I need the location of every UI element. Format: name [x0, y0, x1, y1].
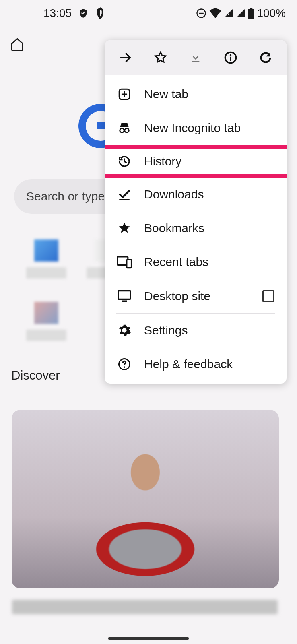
- svg-rect-6: [192, 61, 200, 62]
- menu-label: Settings: [144, 324, 188, 337]
- svg-point-11: [120, 128, 124, 133]
- feed-article-title[interactable]: [12, 600, 278, 614]
- battery-percent: 100%: [257, 7, 286, 20]
- site-shortcuts-row2: [24, 302, 68, 341]
- shield-check-icon: [78, 8, 89, 19]
- svg-rect-15: [127, 260, 132, 268]
- status-time: 13:05: [43, 7, 72, 20]
- monitor-icon: [117, 289, 132, 304]
- menu-label: Downloads: [144, 188, 204, 201]
- svg-rect-9: [230, 57, 231, 61]
- menu-label: Bookmarks: [144, 221, 204, 235]
- menu-label: History: [144, 155, 182, 168]
- signal-1-icon: [224, 8, 233, 18]
- devices-icon: [117, 254, 132, 270]
- reload-icon[interactable]: [258, 50, 274, 66]
- gear-icon: [117, 323, 132, 338]
- menu-new-tab[interactable]: New tab: [105, 77, 287, 111]
- menu-label: Help & feedback: [144, 357, 233, 371]
- svg-point-19: [124, 366, 125, 368]
- menu-label: Desktop site: [144, 289, 210, 303]
- svg-rect-1: [199, 12, 204, 13]
- svg-rect-13: [119, 199, 130, 200]
- shortcut-item[interactable]: [24, 302, 68, 341]
- incognito-icon: [117, 120, 132, 136]
- signal-2-icon: [236, 8, 245, 18]
- svg-rect-17: [122, 301, 127, 302]
- shortcut-label: [26, 267, 66, 279]
- do-not-disturb-icon: [196, 8, 207, 19]
- svg-rect-16: [118, 291, 130, 299]
- battery-icon: [248, 8, 254, 19]
- desktop-site-checkbox[interactable]: [262, 290, 274, 302]
- svg-rect-4: [248, 9, 254, 19]
- forward-icon[interactable]: [118, 50, 134, 66]
- discover-heading: Discover: [11, 368, 60, 383]
- status-bar: 13:05 100%: [0, 0, 297, 26]
- svg-point-3: [228, 14, 229, 14]
- svg-point-8: [230, 54, 232, 56]
- menu-help[interactable]: Help & feedback: [105, 347, 287, 381]
- search-placeholder: Search or type w: [26, 190, 117, 203]
- downloads-check-icon: [117, 187, 132, 202]
- vpn-icon: [95, 7, 105, 19]
- star-filled-icon: [117, 221, 132, 236]
- menu-label: New tab: [144, 87, 188, 101]
- new-tab-icon: [117, 87, 132, 102]
- menu-label: New Incognito tab: [144, 121, 241, 135]
- svg-rect-2: [228, 10, 229, 13]
- shortcut-thumb: [34, 239, 58, 262]
- shortcut-thumb: [34, 302, 58, 324]
- bookmark-star-icon[interactable]: [153, 50, 169, 66]
- menu-history[interactable]: History: [105, 145, 287, 178]
- shortcut-item[interactable]: [24, 239, 68, 279]
- shortcut-label: [26, 330, 66, 341]
- svg-point-12: [125, 128, 129, 133]
- menu-downloads[interactable]: Downloads: [105, 178, 287, 211]
- menu-recent-tabs[interactable]: Recent tabs: [105, 245, 287, 279]
- wifi-icon: [209, 8, 221, 18]
- menu-bookmarks[interactable]: Bookmarks: [105, 211, 287, 245]
- menu-desktop-site[interactable]: Desktop site: [105, 279, 287, 313]
- menu-label: Recent tabs: [144, 255, 208, 269]
- history-icon: [117, 154, 132, 169]
- info-icon[interactable]: [223, 50, 239, 66]
- home-icon[interactable]: [10, 37, 25, 52]
- svg-rect-5: [250, 8, 252, 9]
- help-icon: [117, 357, 132, 372]
- nav-handle[interactable]: [108, 637, 189, 640]
- menu-settings[interactable]: Settings: [105, 314, 287, 347]
- menu-action-row: [105, 40, 287, 75]
- feed-article-image[interactable]: [12, 410, 279, 588]
- overflow-menu: New tab New Incognito tab History Downlo…: [105, 40, 287, 384]
- download-icon[interactable]: [188, 50, 204, 66]
- menu-incognito[interactable]: New Incognito tab: [105, 111, 287, 145]
